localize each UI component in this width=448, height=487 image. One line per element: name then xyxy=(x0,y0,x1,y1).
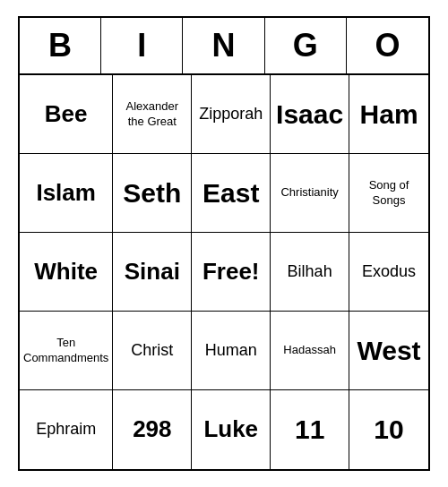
cell-content: Song of Songs xyxy=(353,178,425,209)
cell-content: Luke xyxy=(203,415,258,443)
header-letter: B xyxy=(20,18,101,73)
cell-content: Ten Commandments xyxy=(23,336,108,366)
grid-cell-r1-c2: East xyxy=(192,154,271,233)
grid-cell-r1-c4: Song of Songs xyxy=(349,154,428,233)
cell-content: Alexander the Great xyxy=(116,99,187,130)
grid-cell-r2-c2: Free! xyxy=(192,233,271,312)
cell-content: Islam xyxy=(36,179,96,207)
cell-content: Ephraim xyxy=(36,420,96,440)
cell-content: Bilhah xyxy=(288,262,332,282)
grid-cell-r1-c3: Christianity xyxy=(271,154,349,233)
cell-content: 10 xyxy=(374,414,403,446)
grid-cell-r4-c2: Luke xyxy=(192,390,271,469)
cell-content: Free! xyxy=(202,258,260,286)
grid-cell-r3-c2: Human xyxy=(192,312,271,390)
bingo-card: BINGO BeeAlexander the GreatZipporahIsaa… xyxy=(18,16,430,471)
grid-cell-r4-c1: 298 xyxy=(113,390,192,469)
header-letter: O xyxy=(347,18,428,73)
bingo-grid: BeeAlexander the GreatZipporahIsaacHamIs… xyxy=(20,75,428,469)
grid-cell-r4-c4: 10 xyxy=(349,390,428,469)
cell-content: 11 xyxy=(295,414,324,446)
cell-content: Seth xyxy=(123,177,181,209)
grid-cell-r2-c3: Bilhah xyxy=(271,233,349,312)
cell-content: Zipporah xyxy=(199,105,263,124)
header-letter: G xyxy=(265,18,347,73)
cell-content: Sinai xyxy=(125,258,180,286)
grid-cell-r0-c2: Zipporah xyxy=(192,75,271,154)
cell-content: Christ xyxy=(131,341,173,361)
header-letter: I xyxy=(101,18,183,73)
cell-content: White xyxy=(34,258,98,286)
grid-cell-r0-c4: Ham xyxy=(349,75,428,154)
grid-cell-r3-c1: Christ xyxy=(113,312,192,390)
cell-content: 298 xyxy=(133,415,171,443)
grid-cell-r0-c1: Alexander the Great xyxy=(113,75,192,154)
cell-content: East xyxy=(202,177,259,209)
cell-content: Hadassah xyxy=(283,343,336,358)
grid-cell-r3-c3: Hadassah xyxy=(271,312,349,390)
cell-content: West xyxy=(357,335,420,367)
cell-content: Christianity xyxy=(280,185,338,201)
grid-cell-r3-c0: Ten Commandments xyxy=(20,312,113,390)
bingo-header: BINGO xyxy=(20,18,428,75)
grid-cell-r1-c0: Islam xyxy=(20,154,113,233)
cell-content: Isaac xyxy=(276,98,343,131)
cell-content: Exodus xyxy=(362,262,416,282)
header-letter: N xyxy=(183,18,264,73)
grid-cell-r4-c3: 11 xyxy=(271,390,349,469)
grid-cell-r0-c0: Bee xyxy=(20,75,113,154)
grid-cell-r1-c1: Seth xyxy=(113,154,192,233)
grid-cell-r2-c1: Sinai xyxy=(113,233,192,312)
grid-cell-r2-c0: White xyxy=(20,233,113,312)
grid-cell-r3-c4: West xyxy=(349,312,428,390)
grid-cell-r4-c0: Ephraim xyxy=(20,390,113,469)
grid-cell-r0-c3: Isaac xyxy=(271,75,349,154)
cell-content: Ham xyxy=(360,98,418,131)
cell-content: Human xyxy=(205,341,257,361)
cell-content: Bee xyxy=(45,100,88,128)
grid-cell-r2-c4: Exodus xyxy=(349,233,428,312)
